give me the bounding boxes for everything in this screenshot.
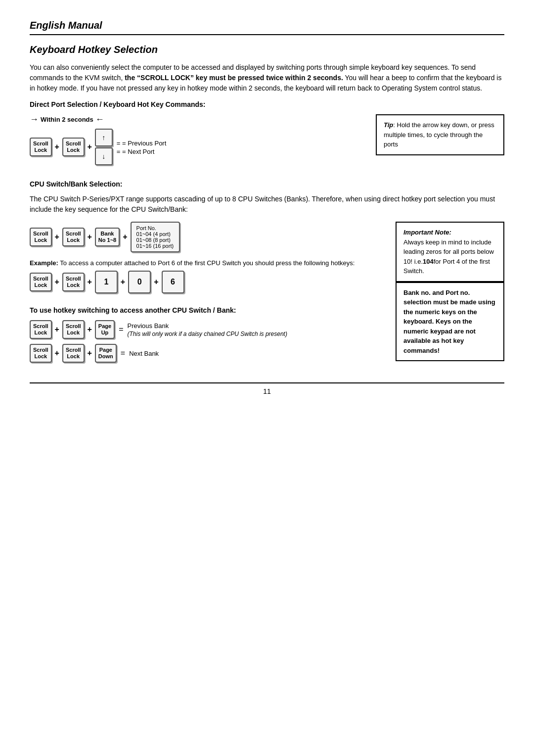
- page-footer: 11: [30, 382, 504, 395]
- pd-equals: =: [121, 349, 125, 358]
- cpu-scroll-lock-2: ScrollLock: [62, 228, 85, 246]
- direct-port-section: Direct Port Selection / Keyboard Hot Key…: [30, 100, 504, 170]
- hotkey-switch-heading: To use hotkey switching to access anothe…: [30, 306, 386, 314]
- prev-bank-block: Previous Bank (This will only work if a …: [127, 322, 287, 338]
- ex-key-0: 0: [128, 271, 151, 293]
- ex-scroll-lock-1: ScrollLock: [30, 273, 52, 291]
- page-up-keys: ScrollLock + ScrollLock + PageUp = Previ…: [30, 320, 287, 339]
- cpu-plus-3: +: [123, 233, 127, 241]
- page-number: 11: [263, 387, 271, 395]
- example-bold: Example:: [30, 259, 58, 267]
- hotkey-switch-label: To use hotkey switching to access anothe…: [30, 306, 236, 314]
- up-arrow-key: ↑: [95, 129, 113, 146]
- cpu-keys-row: ScrollLock + ScrollLock + BankNo 1~8 + P…: [30, 222, 386, 252]
- page-up-key: PageUp: [95, 320, 115, 339]
- section-title: Keyboard Hotkey Selection: [30, 44, 504, 55]
- within-seconds-text: Within 2 seconds: [41, 116, 93, 123]
- right-note-text: Bank no. and Port no. selection must be …: [403, 288, 496, 356]
- port-8-label: 01~08 (8 port): [136, 237, 174, 243]
- page-up-row: ScrollLock + ScrollLock + PageUp = Previ…: [30, 320, 386, 339]
- main-content: ScrollLock + ScrollLock + BankNo 1~8 + P…: [30, 222, 386, 368]
- plus-2: +: [88, 142, 92, 151]
- ex-key-1: 1: [95, 271, 118, 293]
- cpu-switch-text: The CPU Switch P-Series/PXT range suppor…: [30, 194, 504, 215]
- right-arrow-indicator: →: [30, 114, 39, 125]
- page-header: English Manual: [30, 20, 504, 35]
- example-key-row: ScrollLock + ScrollLock + 1 + 0 + 6: [30, 271, 386, 293]
- ex-plus-4: +: [154, 278, 158, 286]
- port-no-label: Port No.: [136, 225, 174, 231]
- equals-prev: =: [117, 140, 122, 147]
- next-bank-label: Next Bank: [129, 350, 159, 357]
- bank-key: BankNo 1~8: [95, 228, 120, 246]
- important-note-box: Important Note: Always keep in mind to i…: [396, 222, 504, 282]
- pd-scroll-lock-1: ScrollLock: [30, 344, 52, 363]
- pd-plus-1: +: [55, 349, 59, 358]
- cpu-plus-1: +: [55, 233, 59, 241]
- prev-port-row: ScrollLock + ScrollLock + ↑ ↓ = = Previo…: [30, 129, 361, 165]
- page-down-keys: ScrollLock + ScrollLock + PageDown = Nex…: [30, 344, 159, 363]
- ex-plus-3: +: [121, 278, 125, 286]
- arrow-keys: ↑ ↓: [95, 129, 113, 165]
- important-note-body: Always keep in mind to include leading z…: [403, 237, 496, 276]
- cpu-switch-heading: CPU Switch/Bank Selection:: [30, 180, 504, 188]
- scroll-lock-key-2: ScrollLock: [62, 138, 85, 156]
- right-column: Important Note: Always keep in mind to i…: [386, 222, 504, 361]
- intro-bold: the “SCROLL LOCK” key must be pressed tw…: [125, 74, 343, 82]
- main-layout: ScrollLock + ScrollLock + BankNo 1~8 + P…: [30, 222, 504, 368]
- daisy-note: (This will only work if a daisy chained …: [127, 331, 287, 337]
- direct-port-heading: Direct Port Selection / Keyboard Hot Key…: [30, 100, 504, 108]
- pu-equals: =: [119, 325, 123, 334]
- plus-1: +: [55, 142, 59, 151]
- intro-paragraph: You can also conveniently select the com…: [30, 62, 504, 94]
- port-4-label: 01~04 (4 port): [136, 231, 174, 237]
- scroll-lock-key-1: ScrollLock: [30, 138, 52, 156]
- pu-scroll-lock-1: ScrollLock: [30, 320, 52, 339]
- ex-plus-2: +: [88, 278, 92, 286]
- ex-key-6: 6: [162, 271, 184, 293]
- ex-scroll-lock-2: ScrollLock: [62, 273, 85, 291]
- prev-port-label: = = Previous Port: [117, 140, 166, 147]
- prev-bank-label: Previous Bank: [127, 322, 169, 330]
- port-16-label: 01~16 (16 port): [136, 243, 174, 249]
- tip-text: : Hold the arrow key down, or press mult…: [384, 121, 494, 148]
- example-text: Example: To access a computer attached t…: [30, 259, 386, 267]
- left-arrow-indicator: ←: [95, 114, 104, 125]
- pu-plus-1: +: [55, 325, 59, 334]
- direct-port-inner: → Within 2 seconds ← ScrollLock + Scroll…: [30, 114, 504, 170]
- tip-box: Tip: Hold the arrow key down, or press m…: [376, 114, 504, 155]
- equals-next: =: [117, 148, 122, 155]
- pu-scroll-lock-2: ScrollLock: [62, 320, 85, 339]
- ex-plus-1: +: [55, 278, 59, 286]
- direct-port-keys: → Within 2 seconds ← ScrollLock + Scroll…: [30, 114, 361, 170]
- note-bold: 104: [423, 258, 434, 265]
- example-desc: To access a computer attached to Port 6 …: [60, 259, 355, 267]
- port-labels: = = Previous Port = = Next Port: [117, 139, 166, 155]
- page-down-row: ScrollLock + ScrollLock + PageDown = Nex…: [30, 344, 386, 363]
- page-down-key: PageDown: [95, 344, 117, 363]
- next-port-label: = = Next Port: [117, 148, 155, 155]
- cpu-switch-section: CPU Switch/Bank Selection: The CPU Switc…: [30, 180, 504, 368]
- down-arrow-key: ↓: [95, 147, 113, 165]
- important-note-label: Important Note:: [403, 228, 496, 237]
- port-no-box: Port No. 01~04 (4 port) 01~08 (8 port) 0…: [131, 222, 180, 252]
- cpu-plus-2: +: [88, 233, 92, 241]
- cpu-scroll-lock-1: ScrollLock: [30, 228, 52, 246]
- tip-label: Tip: [384, 121, 393, 129]
- right-note-bold: Bank no. and Port no. selection must be …: [403, 289, 495, 354]
- page-title: English Manual: [30, 20, 504, 31]
- right-note-box: Bank no. and Port no. selection must be …: [396, 282, 504, 362]
- pu-plus-2: +: [88, 325, 92, 334]
- pd-scroll-lock-2: ScrollLock: [62, 344, 85, 363]
- pd-plus-2: +: [88, 349, 92, 358]
- within-seconds-label: → Within 2 seconds ←: [30, 114, 361, 125]
